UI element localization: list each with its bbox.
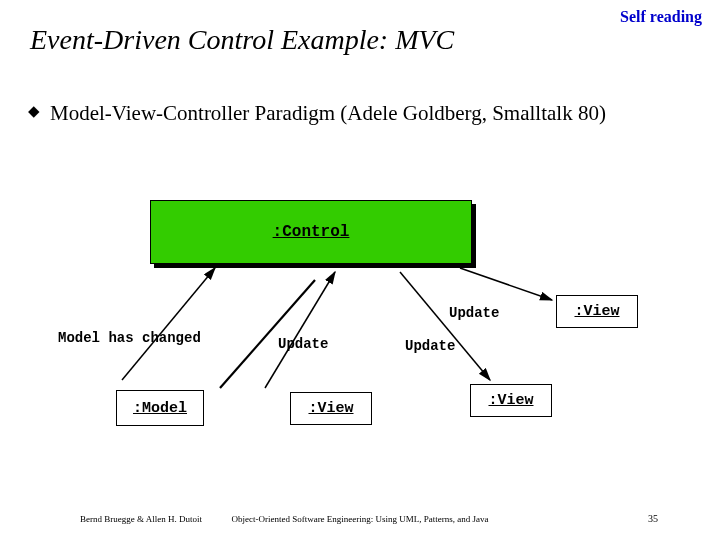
view-box-right: :View [556,295,638,328]
page-title: Event-Driven Control Example: MVC [30,24,454,56]
view-box-bottom-left: :View [290,392,372,425]
label-update-left: Update [278,336,328,352]
control-box: :Control [150,200,472,264]
view-box-bottom-right: :View [470,384,552,417]
model-box: :Model [116,390,204,426]
bullet-icon: ◆ [28,102,40,120]
footer-book-title: Object-Oriented Software Engineering: Us… [0,514,720,524]
label-update-right: Update [405,338,455,354]
svg-line-3 [400,272,490,380]
svg-line-0 [122,268,215,380]
footer-page-number: 35 [648,513,658,524]
bullet-item: ◆ Model-View-Controller Paradigm (Adele … [28,100,700,126]
label-update-top: Update [449,305,499,321]
label-model-has-changed: Model has changed [58,330,201,346]
bullet-text: Model-View-Controller Paradigm (Adele Go… [50,100,606,126]
mvc-diagram: :Control :Model :View :View :View Model … [0,190,720,480]
svg-line-2 [265,272,335,388]
svg-line-4 [460,268,552,300]
svg-line-1 [220,280,315,388]
self-reading-badge: Self reading [620,8,702,26]
